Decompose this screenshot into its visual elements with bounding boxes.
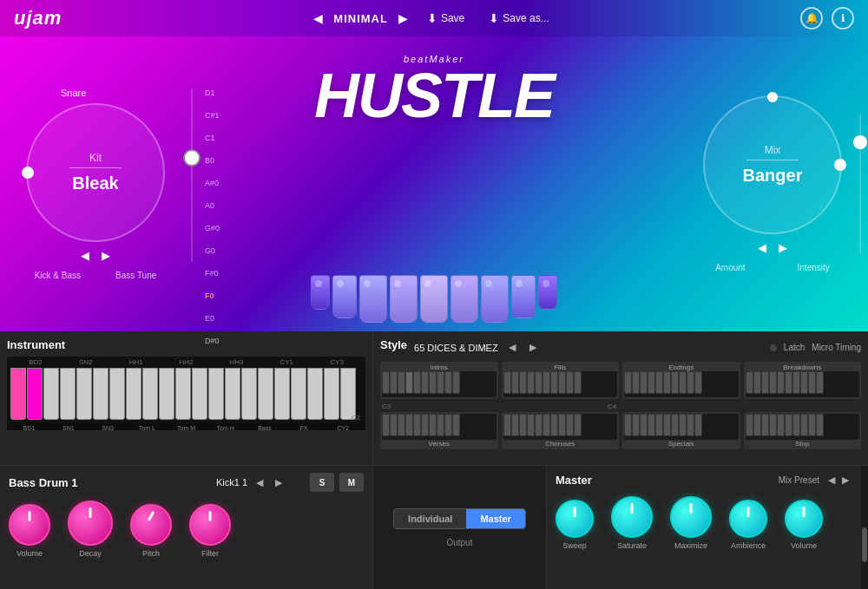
style-prev-arrow[interactable]: ◀ — [505, 340, 519, 355]
wk-18[interactable] — [291, 368, 306, 420]
preset-next-arrow[interactable]: ▶ — [395, 10, 411, 27]
intensity-track[interactable] — [859, 115, 861, 253]
endings-keys[interactable] — [624, 371, 739, 397]
mix-preset-next[interactable]: ▶ — [838, 473, 852, 488]
note-b0: B0 — [205, 156, 220, 165]
c4-label: C4 — [608, 402, 616, 410]
maximize-knob[interactable] — [670, 496, 712, 538]
center-logo: beatMaker HUSTLE — [314, 54, 554, 127]
wk-3[interactable] — [43, 368, 59, 420]
m-button[interactable]: M — [339, 473, 364, 492]
ambience-knob[interactable] — [729, 500, 767, 538]
intros-label: Intros — [382, 363, 496, 371]
master-toggle-button[interactable]: Master — [466, 509, 524, 528]
master-volume-knob[interactable] — [785, 500, 823, 538]
bass-drum-prev[interactable]: ◀ — [253, 475, 266, 490]
sm-buttons: S M — [310, 473, 364, 492]
master-panel: Master Mix Preset ◀ ▶ Sweep Saturate — [547, 466, 861, 589]
teeth-art — [312, 167, 556, 323]
kit-panel: Snare Kit Bleak ◀ ▶ Kick & Bass Bass Tun… — [26, 88, 165, 280]
output-toggle: Individual Master — [393, 508, 526, 529]
wk-8[interactable] — [126, 368, 141, 420]
mix-preset-prev[interactable]: ◀ — [825, 473, 838, 488]
style-next-arrow[interactable]: ▶ — [526, 340, 540, 355]
save-as-button[interactable]: ⬇ Save as... — [480, 8, 557, 29]
lbl-tom-m: Tom M — [168, 425, 205, 430]
choruses-keys[interactable] — [503, 414, 618, 440]
wk-21[interactable] — [340, 368, 356, 420]
breakdowns-keys[interactable] — [746, 371, 860, 397]
intensity-knob[interactable] — [853, 135, 867, 149]
kit-knob-left[interactable] — [22, 167, 34, 179]
note-cs1: C#1 — [205, 111, 220, 120]
preset-prev-arrow[interactable]: ◀ — [310, 10, 326, 27]
latch-label: Latch — [784, 343, 805, 352]
wk-6[interactable] — [93, 368, 108, 420]
c2-label: C2 — [352, 414, 360, 422]
kit-next-arrow[interactable]: ▶ — [102, 249, 110, 262]
save-button[interactable]: ⬇ Save — [418, 8, 473, 29]
filter-knob[interactable] — [189, 504, 231, 546]
bell-button[interactable]: 🔔 — [800, 7, 823, 29]
instrument-style-row: Instrument BD2 SN2 HH1 HH2 HH3 CY1 CY3 — [0, 331, 868, 466]
wk-1[interactable] — [10, 368, 26, 420]
wk-15[interactable] — [241, 368, 257, 420]
volume-knob[interactable] — [9, 504, 50, 546]
fills-keys[interactable] — [503, 371, 618, 397]
wk-14[interactable] — [225, 368, 240, 420]
saturate-knob[interactable] — [611, 496, 653, 538]
wk-2[interactable] — [27, 368, 43, 420]
scroll-thumb[interactable] — [862, 527, 867, 562]
mix-knob-right[interactable] — [834, 159, 846, 171]
label-hh2: HH2 — [161, 358, 212, 366]
wk-16[interactable] — [258, 368, 273, 420]
intros-keys[interactable] — [382, 371, 496, 397]
wk-19[interactable] — [307, 368, 323, 420]
wk-4[interactable] — [60, 368, 76, 420]
wk-13[interactable] — [208, 368, 224, 420]
top-center: ◀ MINIMAL ▶ ⬇ Save ⬇ Save as... — [310, 8, 557, 29]
decay-knob-label: Decay — [79, 549, 102, 558]
wk-11[interactable] — [175, 368, 191, 420]
sweep-knob-group: Sweep — [556, 500, 594, 550]
mix-knob-top[interactable] — [767, 92, 778, 102]
style-cell-endings: Endings — [622, 362, 740, 399]
micro-timing-label: Micro Timing — [812, 343, 861, 352]
mix-prev-arrow[interactable]: ◀ — [758, 241, 766, 254]
wk-12[interactable] — [192, 368, 207, 420]
kit-prev-arrow[interactable]: ◀ — [81, 249, 89, 262]
note-e0: E0 — [205, 314, 220, 323]
wk-10[interactable] — [159, 368, 174, 420]
wk-17[interactable] — [274, 368, 290, 420]
lbl-cy2: CY2 — [325, 425, 362, 430]
mix-next-arrow[interactable]: ▶ — [779, 241, 787, 254]
info-button[interactable]: ℹ — [832, 7, 854, 29]
bass-tune-track[interactable]: D1 C#1 C1 B0 A#0 A0 G#0 G0 F#0 F0 E0 D#0… — [191, 88, 193, 262]
filter-knob-group: Filter — [189, 504, 231, 558]
breakdowns-label: Breakdowns — [746, 363, 860, 371]
top-bar: ujam ◀ MINIMAL ▶ ⬇ Save ⬇ Save as... 🔔 ℹ — [0, 0, 868, 36]
stop-keys[interactable] — [746, 414, 860, 440]
decay-knob[interactable] — [68, 501, 113, 546]
wk-9[interactable] — [142, 368, 158, 420]
style-preset: 65 DICES & DIMEZ — [414, 343, 498, 353]
bottom-section: Instrument BD2 SN2 HH1 HH2 HH3 CY1 CY3 — [0, 331, 868, 589]
verses-keys[interactable] — [382, 414, 496, 440]
instrument-keys: C2 — [7, 368, 365, 423]
endings-label: Endings — [624, 363, 739, 371]
stop-label: Stop — [746, 440, 860, 448]
bass-tune-knob[interactable] — [183, 149, 201, 167]
s-button[interactable]: S — [310, 473, 334, 492]
sweep-knob[interactable] — [556, 500, 594, 538]
wk-7[interactable] — [109, 368, 125, 420]
volume-knob-group: Volume — [9, 504, 50, 558]
style-cell-verses: Verses — [380, 412, 498, 449]
right-scrollbar[interactable] — [861, 466, 868, 589]
bass-drum-title: Bass Drum 1 — [9, 476, 77, 489]
pitch-knob[interactable] — [130, 504, 172, 546]
bass-drum-next[interactable]: ▶ — [272, 475, 286, 490]
wk-20[interactable] — [324, 368, 339, 420]
specials-keys[interactable] — [624, 414, 739, 440]
wk-5[interactable] — [76, 368, 92, 420]
individual-button[interactable]: Individual — [394, 509, 466, 528]
